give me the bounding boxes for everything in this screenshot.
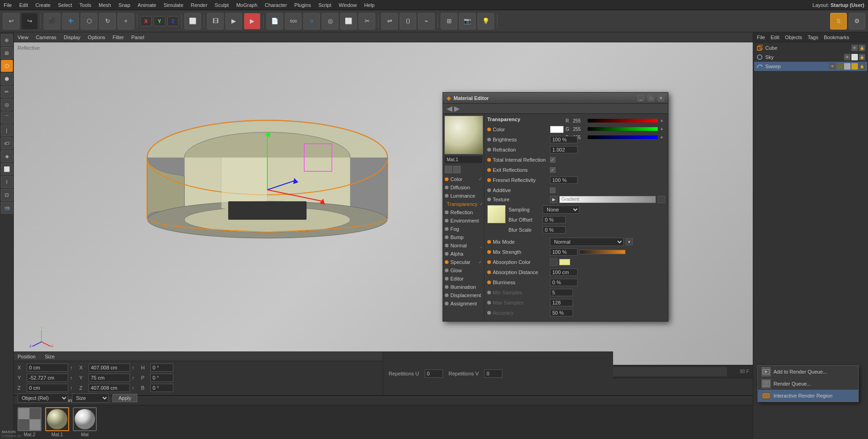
brightness-arrow[interactable]: [579, 137, 585, 142]
fresnel-arrow[interactable]: [579, 177, 585, 183]
sweep-vis-btn[interactable]: 👁: [829, 63, 836, 70]
me-absorption-swatch[interactable]: [559, 259, 570, 265]
size-x-input[interactable]: [89, 363, 130, 372]
g-arrow[interactable]: ▲: [660, 126, 665, 132]
cameras-menu[interactable]: Cameras: [36, 35, 57, 40]
sidebar-sym-icon[interactable]: |: [1, 124, 13, 136]
me-texture-add-btn[interactable]: ▶: [550, 196, 557, 203]
size-dropdown[interactable]: Size: [72, 393, 109, 403]
me-refraction-input[interactable]: [550, 146, 578, 153]
z-axis-btn[interactable]: Z: [167, 16, 179, 26]
sidebar-gen-icon[interactable]: ⊡: [1, 189, 13, 201]
blurriness-arrow[interactable]: [579, 280, 585, 285]
sidebar-active-icon[interactable]: ⬡: [1, 60, 13, 72]
display-menu[interactable]: Display: [64, 35, 80, 40]
parent-btn[interactable]: ⬜: [184, 13, 201, 29]
sidebar-sel-icon[interactable]: ⊞: [1, 47, 13, 59]
options-menu[interactable]: Options: [88, 35, 105, 40]
menu-script[interactable]: Script: [319, 2, 331, 8]
cube-vis-btn[interactable]: 👁: [851, 45, 858, 51]
me-channel-editor[interactable]: Editor: [443, 275, 484, 283]
play-btn[interactable]: ▶: [225, 13, 242, 29]
absorption-dist-arrow[interactable]: [579, 269, 585, 275]
menu-mograph[interactable]: MoGraph: [236, 2, 257, 8]
num-btn[interactable]: 500: [285, 13, 301, 29]
rep-u-input[interactable]: [425, 369, 443, 378]
torus-btn[interactable]: ◎: [322, 13, 338, 29]
me-channel-color[interactable]: Color ✓: [443, 175, 484, 183]
me-channel-transparency[interactable]: Transparency ✓: [443, 200, 484, 208]
me-brightness-input[interactable]: [550, 136, 578, 143]
new-scene-btn[interactable]: 📄: [266, 13, 283, 29]
me-accuracy-input[interactable]: [550, 309, 573, 316]
sidebar-bend-icon[interactable]: ⌒: [1, 111, 13, 123]
me-mix-strength-input[interactable]: [550, 248, 578, 256]
me-exit-ref-checkbox[interactable]: ✓: [550, 167, 555, 173]
sidebar-poly-icon[interactable]: ⬢: [1, 73, 13, 85]
coord-system-dropdown[interactable]: Object (Rel): [18, 393, 68, 403]
sidebar-spline-icon[interactable]: ⌇: [1, 176, 13, 188]
me-channel-diffusion[interactable]: Diffusion: [443, 183, 484, 192]
me-channel-bump[interactable]: Bump: [443, 233, 484, 241]
ctx-add-render-queue[interactable]: Add to Render Queue...: [758, 366, 858, 378]
sidebar-cam2-icon[interactable]: 📹: [1, 202, 13, 214]
me-channel-assignment[interactable]: Assignment: [443, 299, 484, 308]
tree-item-cube[interactable]: Cube 👁 🔒: [754, 43, 867, 53]
rp-objects[interactable]: Objects: [785, 35, 802, 40]
me-additive-checkbox[interactable]: [550, 187, 555, 193]
me-mix-mode-dropdown[interactable]: Normal: [550, 238, 624, 246]
y-axis-btn[interactable]: Y: [154, 16, 165, 26]
sky-lock-btn[interactable]: 🔒: [859, 54, 865, 60]
me-sampling-dropdown[interactable]: None: [543, 205, 579, 214]
me-channel-normal[interactable]: Normal _: [443, 241, 484, 250]
p-input[interactable]: [150, 374, 173, 382]
me-channel-reflection[interactable]: Reflection: [443, 208, 484, 217]
me-minimize-btn[interactable]: _: [638, 95, 644, 101]
me-fresnel-input[interactable]: [550, 176, 578, 184]
me-channel-glow[interactable]: Glow: [443, 266, 484, 275]
rp-tags[interactable]: Tags: [808, 35, 818, 40]
me-absorption-color-btn[interactable]: [550, 258, 557, 266]
material-swatch-mat[interactable]: Mat: [73, 407, 97, 437]
pos-y-input[interactable]: [27, 374, 68, 382]
rp-file[interactable]: File: [757, 35, 765, 40]
x-axis-btn[interactable]: X: [140, 16, 152, 26]
cam-btn[interactable]: 📷: [459, 13, 476, 29]
menu-animate[interactable]: Animate: [138, 2, 156, 8]
menu-select[interactable]: Select: [58, 2, 72, 8]
menu-window[interactable]: Window: [339, 2, 357, 8]
pos-x-input[interactable]: [27, 363, 68, 372]
me-channel-environment[interactable]: Environment: [443, 217, 484, 225]
me-min-samples-input[interactable]: [550, 289, 573, 296]
me-max-samples-input[interactable]: [550, 299, 573, 306]
menu-sculpt[interactable]: Sculpt: [215, 2, 229, 8]
add-btn[interactable]: +: [118, 13, 134, 29]
grid-btn[interactable]: ⊞: [441, 13, 457, 29]
me-channel-fog[interactable]: Fog: [443, 225, 484, 233]
sidebar-magnet-icon[interactable]: ◎: [1, 99, 13, 111]
refraction-arrow[interactable]: [579, 147, 585, 152]
menu-edit[interactable]: Edit: [19, 2, 28, 8]
move-btn[interactable]: ✛: [62, 13, 79, 29]
rotate-btn[interactable]: ↻: [99, 13, 116, 29]
rep-v-input[interactable]: [484, 369, 502, 378]
me-channel-illumination[interactable]: Illumination: [443, 283, 484, 291]
select-btn[interactable]: ⬛: [44, 13, 60, 29]
menu-snap[interactable]: Snap: [118, 2, 130, 8]
me-texture-preview[interactable]: [487, 205, 506, 223]
redo-btn[interactable]: ↪: [21, 13, 38, 29]
b-input[interactable]: [150, 384, 173, 392]
apply-button[interactable]: Apply: [112, 394, 137, 402]
menu-file[interactable]: File: [4, 2, 12, 8]
me-channel-luminance[interactable]: Luminance: [443, 192, 484, 200]
deform-btn[interactable]: ⟨⟩: [400, 13, 416, 29]
me-mix-mode-arrow[interactable]: ▼: [626, 238, 633, 246]
sidebar-mat-icon[interactable]: ◈: [1, 150, 13, 162]
render2-btn[interactable]: ▶: [244, 13, 260, 29]
material-sphere-btn[interactable]: S: [830, 13, 847, 29]
view-menu[interactable]: View: [18, 35, 29, 40]
menu-plugins[interactable]: Plugins: [295, 2, 311, 8]
size-z-input[interactable]: [89, 384, 130, 392]
menu-help[interactable]: Help: [364, 2, 375, 8]
material-preview-mat2[interactable]: [18, 407, 41, 431]
